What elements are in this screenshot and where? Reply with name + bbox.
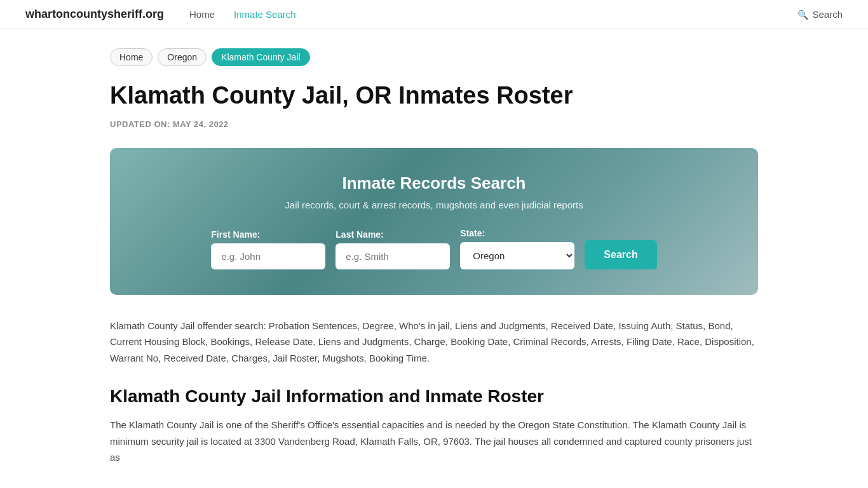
nav-home[interactable]: Home <box>189 9 215 20</box>
search-button[interactable]: Search <box>585 240 656 269</box>
description-text: Klamath County Jail offender search: Pro… <box>110 318 758 367</box>
state-group: State: Oregon California Washington Texa… <box>460 228 574 269</box>
nav-inmate-search[interactable]: Inmate Search <box>234 9 296 20</box>
last-name-input[interactable] <box>336 243 450 269</box>
breadcrumb-home[interactable]: Home <box>110 48 153 66</box>
breadcrumb: Home Oregon Klamath County Jail <box>110 48 758 66</box>
site-brand[interactable]: whartoncountysheriff.org <box>25 8 164 21</box>
first-name-label: First Name: <box>211 229 325 240</box>
first-name-input[interactable] <box>211 243 325 269</box>
search-form: First Name: Last Name: State: Oregon Cal… <box>142 228 726 269</box>
info-section-text: The Klamath County Jail is one of the Sh… <box>110 417 758 466</box>
first-name-group: First Name: <box>211 229 325 269</box>
search-icon: 🔍 <box>797 10 808 20</box>
nav-search[interactable]: 🔍 Search <box>797 9 843 20</box>
info-section-heading: Klamath County Jail Information and Inma… <box>110 386 758 407</box>
search-box: Inmate Records Search Jail records, cour… <box>110 148 758 295</box>
state-select[interactable]: Oregon California Washington Texas Flori… <box>460 242 574 269</box>
last-name-label: Last Name: <box>336 229 450 240</box>
breadcrumb-oregon[interactable]: Oregon <box>158 48 207 66</box>
last-name-group: Last Name: <box>336 229 450 269</box>
nav-search-label: Search <box>812 9 843 20</box>
search-box-subtitle: Jail records, court & arrest records, mu… <box>142 200 726 210</box>
state-label: State: <box>460 228 574 238</box>
updated-on: UPDATED ON: MAY 24, 2022 <box>110 119 758 129</box>
breadcrumb-klamath[interactable]: Klamath County Jail <box>212 48 310 66</box>
main-content: Home Oregon Klamath County Jail Klamath … <box>85 29 783 485</box>
search-box-title: Inmate Records Search <box>142 173 726 193</box>
nav-links: Home Inmate Search <box>189 9 797 20</box>
page-title: Klamath County Jail, OR Inmates Roster <box>110 81 758 111</box>
navbar: whartoncountysheriff.org Home Inmate Sea… <box>0 0 868 29</box>
